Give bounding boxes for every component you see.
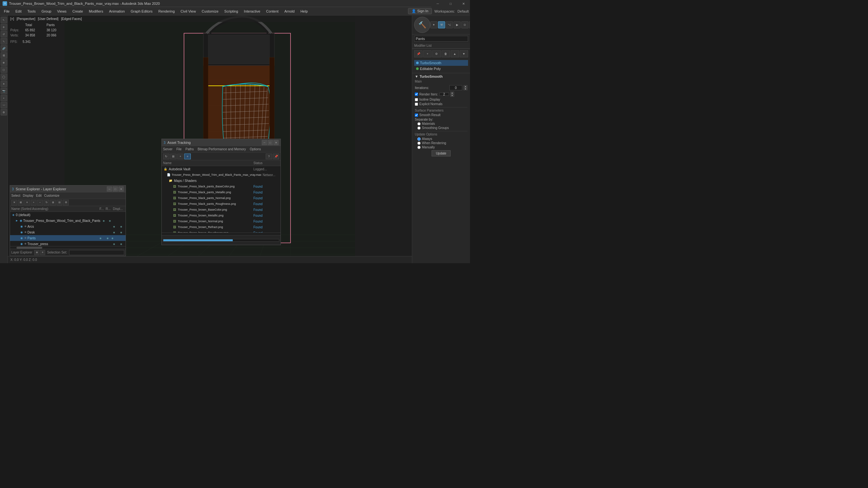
se-delete-icon[interactable]: − xyxy=(37,200,43,205)
menu-modifiers[interactable]: Modifiers xyxy=(86,9,106,14)
menu-edit[interactable]: Edit xyxy=(13,9,24,14)
at-close-btn[interactable]: ✕ xyxy=(273,140,279,145)
hierarchy-panel-icon[interactable]: ⌥ xyxy=(446,21,453,28)
menu-scripting[interactable]: Scripting xyxy=(222,9,241,14)
at-list-btn[interactable]: ≡ xyxy=(184,154,191,159)
link-icon[interactable]: 🔗 xyxy=(1,45,7,52)
pin-modifier-btn[interactable]: 📌 xyxy=(414,50,423,57)
camera-icon[interactable]: 📷 xyxy=(1,88,7,94)
se-footer-icon-2[interactable]: ≡ xyxy=(40,250,45,255)
move-up-btn[interactable]: ▲ xyxy=(451,50,459,57)
viewport-plus[interactable]: [+] xyxy=(10,17,14,21)
se-add-icon[interactable]: + xyxy=(31,200,36,205)
se-expand-icon[interactable]: ⊞ xyxy=(50,200,56,205)
editable-poly-modifier-item[interactable]: Editable Poly xyxy=(414,66,468,72)
sign-in-button[interactable]: 👤 Sign In xyxy=(408,8,432,14)
at-item-vault[interactable]: 🔒 Autodesk Vault Logged... xyxy=(162,166,280,172)
se-search-icon[interactable]: ✕ xyxy=(11,200,17,205)
menu-views[interactable]: Views xyxy=(55,9,69,14)
menu-customize[interactable]: Customize xyxy=(199,9,221,14)
geometry-icon[interactable]: ◻ xyxy=(1,66,7,73)
lights-icon[interactable]: ☀ xyxy=(1,80,7,87)
se-maximize-btn[interactable]: □ xyxy=(113,187,118,192)
bind-icon[interactable]: ⊕ xyxy=(1,59,7,66)
se-scrollbar-thumb[interactable] xyxy=(17,247,42,249)
se-menu-edit[interactable]: Edit xyxy=(36,194,42,197)
se-scrollbar[interactable] xyxy=(10,246,126,249)
smoothing-groups-radio[interactable] xyxy=(417,126,421,130)
smooth-result-checkbox[interactable] xyxy=(415,113,418,117)
render-iters-checkbox[interactable] xyxy=(415,93,418,96)
rotate-tool-icon[interactable]: ↺ xyxy=(1,31,7,37)
se-item-pants[interactable]: ◉ 👁 Pants ❄ ❄ ❄ xyxy=(10,235,126,241)
se-item-default[interactable]: ◈ 0 (default) xyxy=(10,212,126,218)
maximize-button[interactable]: □ xyxy=(444,0,457,7)
at-item-brown-normal[interactable]: 🖼 Trouser_Press_brown_Normal.png Found xyxy=(162,218,280,224)
at-list[interactable]: 🔒 Autodesk Vault Logged... 📄 Trouser_Pre… xyxy=(162,166,280,233)
utilities-panel-icon[interactable]: 🔧 xyxy=(469,21,470,28)
at-item-brown-metallic[interactable]: 🖼 Trouser_Press_brown_Metallic.png Found xyxy=(162,213,280,218)
at-item-brown-base[interactable]: 🖼 Trouser_Press_brown_BaseColor.png Foun… xyxy=(162,207,280,213)
select-tool-icon[interactable]: ↖ xyxy=(1,17,7,23)
systems-icon[interactable]: ⚙ xyxy=(1,109,7,116)
se-item-trouser-press[interactable]: ► ◉ Trouser_Press_Brown_Wood_Trim_and_Bl… xyxy=(10,218,126,224)
at-item-base-color[interactable]: 🖼 Trouser_Press_black_pants_BaseColor.pn… xyxy=(162,184,280,189)
at-item-roughness[interactable]: 🖼 Trouser_Press_black_pants_Roughness.pn… xyxy=(162,201,280,207)
at-maximize-btn[interactable]: □ xyxy=(268,140,273,145)
se-list[interactable]: ◈ 0 (default) ► ◉ Trouser_Press_Brown_Wo… xyxy=(10,212,126,246)
explicit-normals-checkbox[interactable] xyxy=(415,103,418,106)
at-menu-file[interactable]: File xyxy=(176,148,181,151)
turbosmooth-modifier-item[interactable]: TurboSmooth xyxy=(414,60,468,66)
object-name-field[interactable] xyxy=(414,36,468,42)
when-rendering-radio[interactable] xyxy=(417,141,421,145)
update-button[interactable]: Update xyxy=(432,150,450,156)
se-item-arcs[interactable]: ◉ 👁 Arcs ❄ ❄ xyxy=(10,224,126,229)
menu-group[interactable]: Group xyxy=(39,9,54,14)
menu-create[interactable]: Create xyxy=(70,9,86,14)
iterations-down[interactable]: ▼ xyxy=(464,88,467,90)
se-menu-customize[interactable]: Customize xyxy=(44,194,59,197)
at-item-normal[interactable]: 🖼 Trouser_Press_black_pants_Normal.png F… xyxy=(162,195,280,201)
se-minimize-btn[interactable]: ─ xyxy=(107,187,112,192)
at-menu-paths[interactable]: Paths xyxy=(186,148,194,151)
at-pin-btn[interactable]: 📌 xyxy=(273,154,279,159)
materials-radio[interactable] xyxy=(417,122,421,126)
se-layer-icon[interactable]: ≡ xyxy=(24,200,30,205)
create-panel-icon[interactable]: ✦ xyxy=(430,21,437,28)
se-item-desk[interactable]: ◉ 👁 Desk ❄ ❄ xyxy=(10,229,126,235)
close-button[interactable]: ✕ xyxy=(457,0,470,7)
se-filter-icon[interactable]: ⊠ xyxy=(18,200,24,205)
add-modifier-btn[interactable]: + xyxy=(423,50,432,57)
at-minimize-btn[interactable]: ─ xyxy=(262,140,267,145)
menu-file[interactable]: File xyxy=(1,9,12,14)
at-menu-server[interactable]: Server xyxy=(163,148,173,151)
render-iters-down[interactable]: ▼ xyxy=(450,94,454,97)
at-scrollbar[interactable] xyxy=(162,233,280,235)
at-refresh-btn[interactable]: ↻ xyxy=(163,154,169,159)
viewport-user-defined[interactable]: [User Defined] xyxy=(38,17,58,21)
menu-rendering[interactable]: Rendering xyxy=(156,9,178,14)
se-menu-select[interactable]: Select xyxy=(11,194,20,197)
at-menu-bitmap[interactable]: Bitmap Performance and Memory xyxy=(197,148,246,151)
menu-graph-editors[interactable]: Graph Editors xyxy=(128,9,155,14)
selection-set-input[interactable] xyxy=(69,250,124,255)
configure-btn[interactable]: ⚙ xyxy=(432,50,441,57)
helpers-icon[interactable]: + xyxy=(1,95,7,101)
at-question-btn[interactable]: ? xyxy=(266,154,272,159)
isoline-display-checkbox[interactable] xyxy=(415,98,418,101)
se-menu-display[interactable]: Display xyxy=(23,194,34,197)
unlink-icon[interactable]: ⛓ xyxy=(1,52,7,59)
se-footer-icon-1[interactable]: ⊕ xyxy=(34,250,39,255)
iterations-up[interactable]: ▲ xyxy=(464,85,467,88)
se-collapse-icon[interactable]: ⊟ xyxy=(57,200,62,205)
spacewarps-icon[interactable]: 〰 xyxy=(1,102,7,108)
move-tool-icon[interactable]: ✛ xyxy=(1,24,7,30)
motion-panel-icon[interactable]: ▶ xyxy=(454,21,461,28)
at-add-btn[interactable]: + xyxy=(177,154,184,159)
display-panel-icon[interactable]: ⊙ xyxy=(461,21,468,28)
always-radio[interactable] xyxy=(417,137,421,141)
at-item-max-file[interactable]: 📄 Trouser_Press_Brown_Wood_Trim_and_Blac… xyxy=(162,172,280,178)
move-down-btn[interactable]: ▼ xyxy=(460,50,468,57)
menu-animation[interactable]: Animation xyxy=(106,9,127,14)
at-item-metallic[interactable]: 🖼 Trouser_Press_black_pants_Metallic.png… xyxy=(162,189,280,195)
